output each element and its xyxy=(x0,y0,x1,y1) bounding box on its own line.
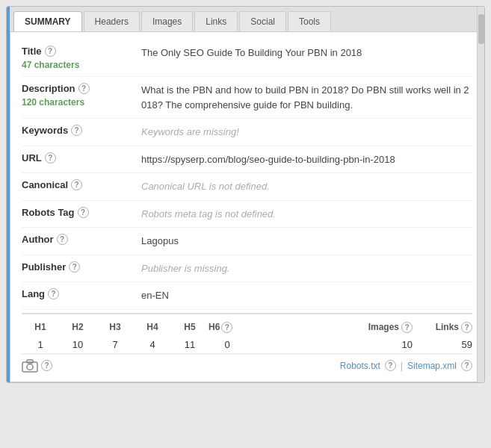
canonical-help-icon[interactable]: ? xyxy=(71,179,82,190)
author-value: Lagopus xyxy=(141,234,472,249)
keywords-value: Keywords are missing! xyxy=(141,125,472,140)
h2-header: H2 xyxy=(59,322,96,332)
scrollbar-thumb[interactable] xyxy=(478,14,484,44)
h5-value: 11 xyxy=(171,339,209,350)
title-value: The Only SEO Guide To Building Your PBN … xyxy=(141,46,472,60)
headers-section: H1 H2 H3 H4 H5 H6 ? Images ? Links ? xyxy=(22,313,472,374)
robots-label: Robots Tag ? xyxy=(22,207,141,218)
h6-value: 0 xyxy=(209,339,246,350)
images-header: Images ? xyxy=(315,322,413,333)
author-help-icon[interactable]: ? xyxy=(57,234,68,245)
url-row: URL ? https://spyserp.com/blog/seo-guide… xyxy=(22,146,472,174)
robots-help-icon[interactable]: ? xyxy=(78,207,89,218)
camera-icon xyxy=(22,359,38,373)
h2-value: 10 xyxy=(59,339,96,350)
canonical-value: Canonical URL is not defined. xyxy=(141,179,472,194)
h1-header: H1 xyxy=(22,322,59,332)
description-char-count: 120 characters xyxy=(22,97,141,108)
links-help-icon[interactable]: ? xyxy=(461,322,472,333)
footer-divider: | xyxy=(401,361,403,371)
images-help-icon[interactable]: ? xyxy=(401,322,413,333)
author-label: Author ? xyxy=(22,234,141,245)
robots-value: Robots meta tag is not defined. xyxy=(141,207,472,222)
description-help-icon[interactable]: ? xyxy=(78,83,90,94)
h5-header: H5 xyxy=(171,322,209,332)
keywords-help-icon[interactable]: ? xyxy=(71,125,82,136)
h4-value: 4 xyxy=(134,339,171,350)
h6-help-icon[interactable]: ? xyxy=(221,322,232,333)
url-help-icon[interactable]: ? xyxy=(45,152,56,164)
publisher-label: Publisher ? xyxy=(22,261,141,273)
lang-row: Lang ? en-EN xyxy=(22,282,472,310)
links-header: Links ? xyxy=(413,322,472,333)
canonical-label: Canonical ? xyxy=(22,179,141,190)
keywords-label: Keywords ? xyxy=(22,125,141,136)
scrollbar[interactable] xyxy=(477,7,484,382)
lang-label: Lang ? xyxy=(22,288,141,299)
description-label: Description ? 120 characters xyxy=(22,83,141,108)
title-label: Title ? 47 characters xyxy=(22,46,141,70)
h4-header: H4 xyxy=(134,322,171,332)
publisher-row: Publisher ? Publisher is missing. xyxy=(22,255,472,283)
tab-images[interactable]: Images xyxy=(141,11,193,31)
sitemap-help-icon[interactable]: ? xyxy=(461,360,472,371)
h3-value: 7 xyxy=(96,339,134,350)
description-row: Description ? 120 characters What is the… xyxy=(22,77,472,119)
h1-value: 1 xyxy=(22,339,59,350)
author-row: Author ? Lagopus xyxy=(22,228,472,255)
keywords-row: Keywords ? Keywords are missing! xyxy=(22,119,472,146)
links-value: 59 xyxy=(413,339,472,350)
title-row: Title ? 47 characters The Only SEO Guide… xyxy=(22,40,472,77)
h3-header: H3 xyxy=(96,322,134,332)
tab-links[interactable]: Links xyxy=(194,11,238,31)
sitemap-xml-link[interactable]: Sitemap.xml xyxy=(407,361,457,371)
tab-summary[interactable]: SUMMARY xyxy=(13,11,82,31)
h6-header: H6 ? xyxy=(209,322,246,333)
tab-tools[interactable]: Tools xyxy=(288,11,331,31)
description-value: What is the PBN and how to build PBN in … xyxy=(141,83,472,112)
url-label: URL ? xyxy=(22,152,141,164)
lang-value: en-EN xyxy=(141,288,472,303)
robots-txt-help-icon[interactable]: ? xyxy=(385,360,396,371)
images-value: 10 xyxy=(315,339,413,350)
title-help-icon[interactable]: ? xyxy=(45,46,56,57)
tab-headers[interactable]: Headers xyxy=(84,11,140,31)
svg-rect-2 xyxy=(27,360,33,363)
url-value: https://spyserp.com/blog/seo-guide-to-bu… xyxy=(141,152,472,167)
canonical-row: Canonical ? Canonical URL is not defined… xyxy=(22,173,472,201)
tab-social[interactable]: Social xyxy=(239,11,286,31)
footer-row: ? Robots.txt ? | Sitemap.xml ? xyxy=(22,354,472,374)
robots-row: Robots Tag ? Robots meta tag is not defi… xyxy=(22,201,472,228)
publisher-value: Publisher is missing. xyxy=(141,261,472,276)
svg-point-1 xyxy=(27,364,33,370)
robots-txt-link[interactable]: Robots.txt xyxy=(340,361,380,371)
lang-help-icon[interactable]: ? xyxy=(48,288,59,299)
title-char-count: 47 characters xyxy=(22,60,141,70)
camera-help-icon[interactable]: ? xyxy=(41,360,52,371)
publisher-help-icon[interactable]: ? xyxy=(69,261,80,273)
